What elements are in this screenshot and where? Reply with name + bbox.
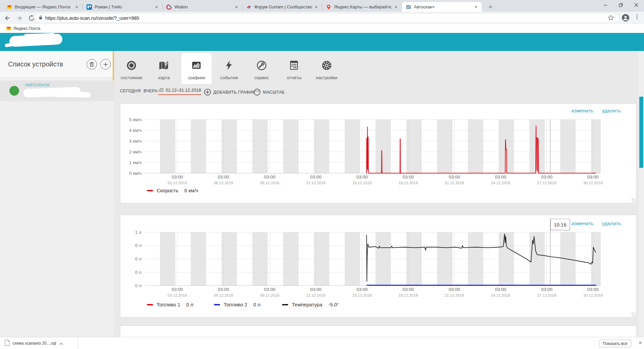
filter-date-range[interactable]: 01.12–31.12.2018 xyxy=(158,88,201,95)
svg-text:03:00: 03:00 xyxy=(541,287,552,292)
browser-menu-icon[interactable] xyxy=(634,14,640,21)
svg-text:03:00: 03:00 xyxy=(356,174,368,180)
svg-text:03:00: 03:00 xyxy=(495,287,506,292)
time-tooltip: 10:16 xyxy=(550,219,570,230)
svg-text:03:00: 03:00 xyxy=(264,174,275,180)
browser-tab-2[interactable]: Роман | Trello× xyxy=(83,2,162,12)
svg-text:03.12.2018: 03.12.2018 xyxy=(168,293,187,297)
yandex-mail-icon xyxy=(6,26,11,31)
downloaded-file-chip[interactable]: схема scanavto 20....sql xyxy=(0,337,78,349)
tab-close-icon[interactable]: × xyxy=(74,4,80,10)
legend-series-value: 0 л xyxy=(186,302,193,307)
page-scrollbar-track[interactable] xyxy=(639,51,644,337)
svg-text:03:00: 03:00 xyxy=(541,174,552,180)
add-chart-button[interactable]: ДОБАВИТЬ ГРАФИК xyxy=(204,89,255,96)
bookmark-label: Яндекс.Почта xyxy=(13,26,40,31)
download-bar-close-icon[interactable]: × xyxy=(637,339,644,347)
legend-dash-icon xyxy=(147,190,153,191)
service-icon xyxy=(256,59,268,71)
legend-series-name: Топливо 2 xyxy=(224,302,247,307)
legend-dash-icon xyxy=(147,304,153,305)
browser-tab-3[interactable]: Wialon× xyxy=(162,2,242,12)
new-tab-button[interactable]: + xyxy=(486,3,494,11)
plus-circle-icon xyxy=(204,89,211,96)
svg-text:5 км/ч: 5 км/ч xyxy=(129,117,142,122)
main-content: состояниекартаграфикисобытиясервисотчёты… xyxy=(114,51,644,337)
add-device-button[interactable] xyxy=(100,59,111,69)
svg-text:3 км/ч: 3 км/ч xyxy=(129,139,142,144)
calendar-grid-icon xyxy=(158,88,163,93)
legend-item-Температура: Температура-5.0° xyxy=(282,302,339,307)
status-icon xyxy=(125,59,138,71)
chart-edit-link[interactable]: изменить xyxy=(572,108,593,113)
speed-chart-plot[interactable]: 5 км/ч4 км/ч3 км/ч2 км/ч1 км/ч0 км/ч03:0… xyxy=(120,104,637,187)
tab-close-icon[interactable]: × xyxy=(154,4,160,10)
bookmark-yandex-mail[interactable]: Яндекс.Почта xyxy=(6,26,40,31)
nav-tab-label: графики xyxy=(180,75,213,80)
chart-delete-link[interactable]: удалить xyxy=(602,220,621,226)
gurtam-icon xyxy=(246,4,252,10)
svg-text:03.12.2018: 03.12.2018 xyxy=(168,181,187,185)
speed-chart-legend: Скорость0 км/ч xyxy=(120,188,636,196)
svg-text:18.12.2018: 18.12.2018 xyxy=(398,293,418,297)
scale-button[interactable]: МАСШТАБ xyxy=(254,89,285,96)
filter-yesterday[interactable]: ВЧЕРА xyxy=(144,89,158,93)
svg-text:03:00: 03:00 xyxy=(172,287,183,292)
svg-text:09.12.2018: 09.12.2018 xyxy=(260,293,279,297)
tab-close-icon[interactable]: × xyxy=(473,4,479,10)
tab-close-icon[interactable]: × xyxy=(393,4,399,10)
svg-text:0 км/ч: 0 км/ч xyxy=(129,171,142,176)
svg-text:03:00: 03:00 xyxy=(402,287,414,292)
legend-series-value: 0 км/ч xyxy=(184,188,198,193)
svg-text:03:00: 03:00 xyxy=(587,174,599,180)
svg-text:24.12.2018: 24.12.2018 xyxy=(491,181,511,185)
svg-text:27.12.2018: 27.12.2018 xyxy=(537,293,556,297)
window-restore-icon[interactable] xyxy=(613,0,629,10)
chevron-up-icon[interactable] xyxy=(59,340,63,346)
forward-icon[interactable] xyxy=(15,13,24,23)
back-icon[interactable] xyxy=(3,13,12,23)
filter-today[interactable]: СЕГОДНЯ xyxy=(120,89,141,93)
browser-tab-1[interactable]: Входящие — Яндекс.Почта× xyxy=(3,2,83,12)
legend-dash-icon xyxy=(282,304,288,305)
fuel-chart-legend: Топливо 10 лТопливо 20 лТемпература-5.0° xyxy=(120,302,636,310)
page-scrollbar-thumb[interactable] xyxy=(639,97,643,168)
chart-delete-link[interactable]: удалить xyxy=(602,108,621,113)
window-close-icon[interactable] xyxy=(629,0,644,10)
delete-device-button[interactable] xyxy=(87,59,97,69)
svg-text:0 л: 0 л xyxy=(135,283,142,288)
tab-close-icon[interactable]: × xyxy=(313,4,319,10)
show-all-downloads-button[interactable]: Показать все xyxy=(599,340,631,347)
browser-tab-4[interactable]: Форум Gurtam | Сообщество Wi× xyxy=(242,2,322,12)
browser-profile-avatar[interactable] xyxy=(622,14,630,23)
legend-series-name: Скорость xyxy=(157,188,178,193)
svg-text:4 км/ч: 4 км/ч xyxy=(129,128,142,133)
resize-grip-icon[interactable] xyxy=(632,198,636,202)
speed-chart-card: изменить удалить 5 км/ч4 км/ч3 км/ч2 км/… xyxy=(120,103,637,203)
browser-tab-6[interactable]: Автоскан+× xyxy=(402,2,482,12)
device-list-item[interactable]: НАВТЕЛЕКОМ xyxy=(0,81,114,101)
address-bar[interactable]: https://plus.auto-scan.ru/console/?_user… xyxy=(35,13,619,23)
browser-tabstrip: Входящие — Яндекс.Почта×Роман | Trello×W… xyxy=(0,0,644,12)
tab-title: Автоскан+ xyxy=(414,4,473,9)
window-minimize-icon[interactable] xyxy=(598,0,613,10)
svg-text:09.12.2018: 09.12.2018 xyxy=(260,181,279,185)
yandex-mail-icon xyxy=(7,4,12,10)
sidebar-header: Список устройств xyxy=(0,51,114,78)
bookmark-star-icon[interactable] xyxy=(608,15,614,22)
app-header: 0 Важные события профиль • выход ? xyxy=(0,33,644,51)
resize-grip-icon[interactable] xyxy=(632,312,636,316)
svg-text:03:00: 03:00 xyxy=(310,287,322,292)
tab-close-icon[interactable]: × xyxy=(233,4,239,10)
tab-title: Форум Gurtam | Сообщество Wi xyxy=(254,4,313,9)
svg-text:30.12.2018: 30.12.2018 xyxy=(583,293,603,297)
settings-icon xyxy=(321,59,333,71)
chart-edit-link[interactable]: изменить xyxy=(572,220,593,226)
nav-tab-label: отчёты xyxy=(278,75,310,80)
autoscan-icon xyxy=(406,4,411,10)
tab-title: Яндекс.Карты — выбирайте, гд xyxy=(334,4,393,9)
tab-separator xyxy=(242,4,243,10)
svg-text:06.12.2018: 06.12.2018 xyxy=(214,293,233,297)
svg-text:0 л: 0 л xyxy=(135,243,142,248)
browser-tab-5[interactable]: Яндекс.Карты — выбирайте, гд× xyxy=(322,2,402,12)
